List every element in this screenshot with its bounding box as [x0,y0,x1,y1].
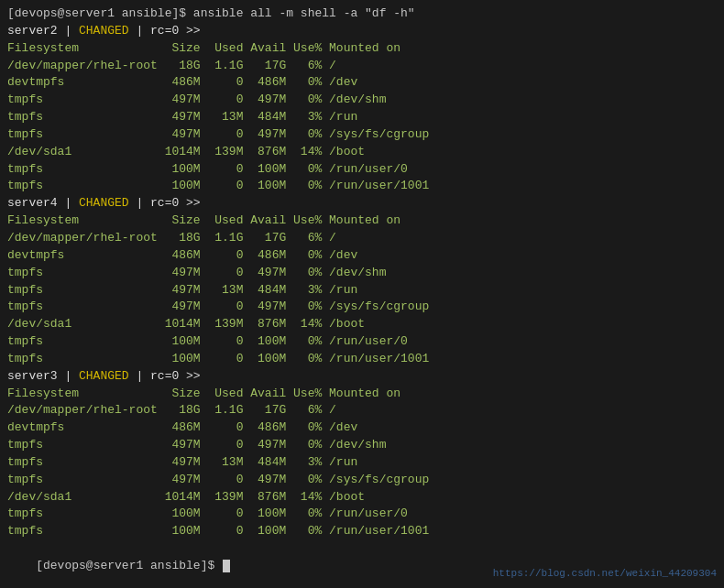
data-row: tmpfs 100M 0 100M 0% /run/user/1001 [7,523,717,540]
data-row: tmpfs 100M 0 100M 0% /run/user/1001 [7,351,717,368]
data-row: tmpfs 497M 13M 484M 3% /run [7,454,717,472]
data-row: Filesystem Size Used Avail Use% Mounted … [7,212,717,230]
data-row: /dev/sda1 1014M 139M 876M 14% /boot [7,316,717,333]
server-header-2: server4 | CHANGED | rc=0 >> [7,195,717,212]
data-row: tmpfs 100M 0 100M 0% /run/user/1001 [7,178,717,195]
data-row: devtmpfs 486M 0 486M 0% /dev [7,419,717,437]
data-row: tmpfs 497M 0 497M 0% /dev/shm [7,437,717,454]
data-row: /dev/sda1 1014M 139M 876M 14% /boot [7,489,717,506]
server-header-1: server2 | CHANGED | rc=0 >> [7,23,717,40]
data-row: /dev/mapper/rhel-root 18G 1.1G 17G 6% / [7,402,717,419]
server-header-3: server3 | CHANGED | rc=0 >> [7,368,717,386]
cursor [223,560,230,572]
data-row: tmpfs 100M 0 100M 0% /run/user/0 [7,161,717,179]
data-row: tmpfs 100M 0 100M 0% /run/user/0 [7,506,717,523]
data-row: devtmpfs 486M 0 486M 0% /dev [7,74,717,92]
data-row: tmpfs 497M 0 497M 0% /dev/shm [7,92,717,109]
data-row: tmpfs 497M 0 497M 0% /sys/fs/cgroup [7,299,717,316]
data-row: /dev/mapper/rhel-root 18G 1.1G 17G 6% / [7,58,717,75]
data-row: tmpfs 100M 0 100M 0% /run/user/0 [7,333,717,351]
watermark: https://blog.csdn.net/weixin_44209304 [493,568,717,579]
data-row: Filesystem Size Used Avail Use% Mounted … [7,40,717,58]
data-row: tmpfs 497M 0 497M 0% /sys/fs/cgroup [7,126,717,144]
data-row: tmpfs 497M 13M 484M 3% /run [7,282,717,299]
data-row: /dev/sda1 1014M 139M 876M 14% /boot [7,144,717,161]
data-row: /dev/mapper/rhel-root 18G 1.1G 17G 6% / [7,230,717,247]
data-row: devtmpfs 486M 0 486M 0% /dev [7,247,717,265]
initial-prompt: [devops@server1 ansible]$ ansible all -m… [7,5,717,23]
bottom-prompt: [devops@server1 ansible]$ [7,540,717,588]
data-row: tmpfs 497M 13M 484M 3% /run [7,109,717,126]
data-row: Filesystem Size Used Avail Use% Mounted … [7,386,717,403]
terminal: [devops@server1 ansible]$ ansible all -m… [0,0,724,588]
data-row: tmpfs 497M 0 497M 0% /dev/shm [7,265,717,282]
data-row: tmpfs 497M 0 497M 0% /sys/fs/cgroup [7,472,717,489]
